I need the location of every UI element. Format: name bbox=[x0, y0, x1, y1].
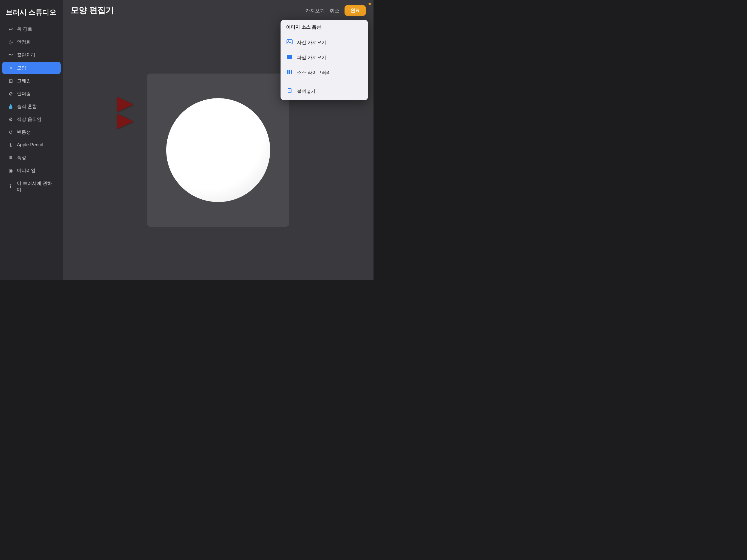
wet-mix-icon: 💧 bbox=[8, 104, 14, 110]
variation-icon: ↺ bbox=[8, 129, 14, 135]
header-actions: 가져오기 취소 완료 bbox=[305, 5, 366, 16]
sidebar-item-variation[interactable]: ↺ 변동성 bbox=[2, 126, 61, 138]
sidebar-item-rendering[interactable]: ⊘ 렌더링 bbox=[2, 87, 61, 100]
sidebar: 브러시 스튜디오 ↩ 획 경로 ◎ 안정화 〜 끝단처리 ✳ 모양 ⊞ 그레인 … bbox=[0, 0, 63, 280]
popup-item-source-library[interactable]: 소스 라이브러리 bbox=[281, 65, 368, 80]
cancel-button[interactable]: 취소 bbox=[330, 7, 340, 14]
popup-item-import-photo[interactable]: 사진 가져오기 bbox=[281, 35, 368, 50]
svg-rect-5 bbox=[288, 88, 291, 93]
complete-button[interactable]: 완료 bbox=[344, 5, 366, 16]
apple-pencil-icon: ℹ bbox=[8, 142, 14, 148]
sidebar-label-color-dynamics: 색상 움직임 bbox=[17, 116, 42, 123]
folder-icon bbox=[286, 54, 293, 61]
sidebar-label-shape: 모양 bbox=[17, 65, 26, 71]
image-source-dropdown: 이미지 소스 옵션 사진 가져오기 파일 가져오기 bbox=[281, 20, 368, 100]
sidebar-label-grain: 그레인 bbox=[17, 78, 31, 84]
sidebar-label-apple-pencil: Apple Pencil bbox=[17, 142, 43, 148]
popup-item-paste[interactable]: 붙여넣기 bbox=[281, 84, 368, 99]
sidebar-label-rendering: 렌더링 bbox=[17, 91, 31, 97]
sidebar-item-tip[interactable]: 〜 끝단처리 bbox=[2, 49, 61, 61]
canvas-frame bbox=[147, 74, 289, 227]
sidebar-label-stabilization: 안정화 bbox=[17, 39, 31, 45]
arrow-bottom bbox=[117, 114, 133, 129]
stabilization-icon: ◎ bbox=[8, 39, 14, 45]
about-icon: ℹ bbox=[8, 183, 14, 189]
import-button[interactable]: 가져오기 bbox=[305, 7, 325, 14]
svg-rect-4 bbox=[291, 70, 292, 74]
grain-icon: ⊞ bbox=[8, 78, 14, 84]
sidebar-item-about[interactable]: ℹ 이 브러시에 관하여 bbox=[2, 177, 61, 196]
import-file-label: 파일 가져오기 bbox=[297, 54, 326, 61]
app-title: 브러시 스튜디오 bbox=[0, 4, 63, 23]
sidebar-item-apple-pencil[interactable]: ℹ Apple Pencil bbox=[2, 139, 61, 151]
svg-rect-6 bbox=[289, 90, 290, 91]
sidebar-label-properties: 속성 bbox=[17, 154, 26, 161]
svg-rect-3 bbox=[289, 70, 290, 74]
sidebar-label-wet-mix: 습식 혼합 bbox=[17, 103, 37, 110]
main-area: 모양 편집기 가져오기 취소 완료 이미지 소스 옵션 bbox=[63, 0, 374, 280]
sidebar-item-stabilization[interactable]: ◎ 안정화 bbox=[2, 36, 61, 48]
header: 모양 편집기 가져오기 취소 완료 bbox=[63, 0, 374, 20]
sidebar-item-shape[interactable]: ✳ 모양 bbox=[2, 62, 61, 74]
rendering-icon: ⊘ bbox=[8, 91, 14, 97]
sidebar-label-stroke-path: 획 경로 bbox=[17, 26, 32, 32]
sidebar-label-material: 머티리얼 bbox=[17, 167, 35, 174]
sidebar-label-about: 이 브러시에 관하여 bbox=[17, 180, 55, 193]
import-photo-label: 사진 가져오기 bbox=[297, 40, 326, 46]
sidebar-item-grain[interactable]: ⊞ 그레인 bbox=[2, 75, 61, 87]
sidebar-item-material[interactable]: ◉ 머티리얼 bbox=[2, 164, 61, 177]
source-library-label: 소스 라이브러리 bbox=[297, 70, 331, 76]
popup-section-2: 붙여넣기 bbox=[281, 82, 368, 100]
sidebar-label-tip: 끝단처리 bbox=[17, 52, 35, 58]
page-title: 모양 편집기 bbox=[71, 5, 114, 16]
properties-icon: ≡ bbox=[8, 155, 14, 160]
svg-rect-7 bbox=[289, 91, 290, 91]
shape-icon: ✳ bbox=[8, 65, 14, 71]
paste-label: 붙여넣기 bbox=[297, 88, 315, 94]
sidebar-item-wet-mix[interactable]: 💧 습식 혼합 bbox=[2, 100, 61, 113]
books-icon bbox=[286, 69, 293, 76]
color-dynamics-icon: ⚙ bbox=[8, 117, 14, 123]
stroke-path-icon: ↩ bbox=[8, 26, 14, 32]
popup-title: 이미지 소스 옵션 bbox=[281, 20, 368, 33]
shape-preview bbox=[166, 98, 270, 202]
sidebar-label-variation: 변동성 bbox=[17, 129, 31, 135]
sidebar-item-properties[interactable]: ≡ 속성 bbox=[2, 152, 61, 164]
sidebar-item-stroke-path[interactable]: ↩ 획 경로 bbox=[2, 23, 61, 35]
sidebar-item-color-dynamics[interactable]: ⚙ 색상 움직임 bbox=[2, 113, 61, 126]
clipboard-icon bbox=[286, 87, 293, 95]
popup-section-1: 사진 가져오기 파일 가져오기 소스 라이브러리 bbox=[281, 33, 368, 82]
arrow-top bbox=[117, 97, 133, 112]
material-icon: ◉ bbox=[8, 168, 14, 174]
popup-item-import-file[interactable]: 파일 가져오기 bbox=[281, 50, 368, 65]
dot-indicator bbox=[368, 3, 371, 5]
arrow-indicator bbox=[117, 97, 133, 129]
svg-rect-2 bbox=[287, 70, 288, 74]
photo-icon bbox=[286, 39, 293, 46]
tip-icon: 〜 bbox=[8, 52, 14, 58]
